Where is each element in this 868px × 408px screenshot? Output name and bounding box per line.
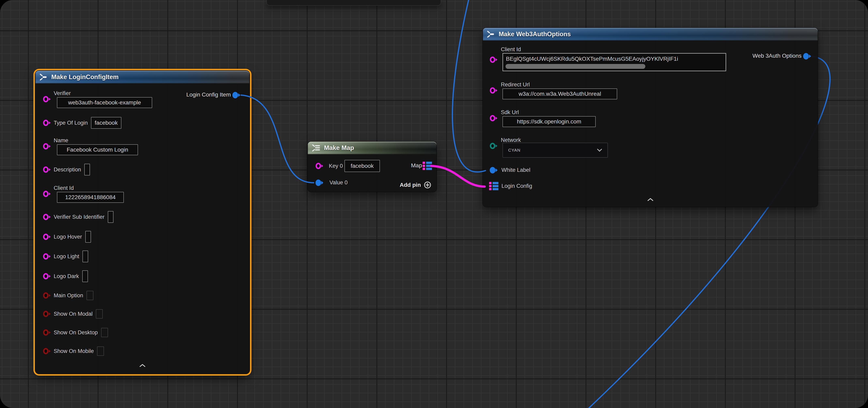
logo-dark-input[interactable] — [82, 270, 88, 282]
client-id-label: Client Id — [54, 185, 74, 191]
logo-dark-label: Logo Dark — [54, 273, 79, 279]
white-label-pin[interactable] — [489, 167, 498, 174]
type-of-login-pin[interactable] — [42, 119, 52, 127]
sdk-url-label: Sdk Url — [501, 109, 519, 115]
map-output-label: Map — [411, 162, 422, 169]
sdk-url-pin[interactable] — [489, 114, 498, 122]
logo-hover-input[interactable] — [85, 231, 91, 243]
node-header-make-login-config-item[interactable]: Make LoginConfigItem — [35, 71, 249, 83]
network-dropdown[interactable]: CYAN — [502, 143, 608, 158]
network-pin[interactable] — [489, 142, 498, 149]
show-on-mobile-label: Show On Mobile — [54, 348, 94, 354]
redirect-url-input[interactable]: w3a://com.w3a.Web3AuthUnreal — [502, 89, 617, 99]
node-make-login-config-item[interactable]: Make LoginConfigItemVerifierweb3auth-fac… — [35, 71, 249, 374]
type-of-login-label: Type Of Login — [54, 120, 88, 126]
value-0-label: Value 0 — [330, 179, 348, 186]
network-selected-value: CYAN — [508, 148, 521, 152]
make-container-icon — [312, 144, 321, 151]
logo-light-label: Logo Light — [54, 253, 79, 260]
show-on-mobile-pin[interactable] — [42, 347, 52, 355]
description-label: Description — [54, 167, 81, 173]
add-pin-icon — [424, 181, 431, 189]
logo-light-input[interactable] — [83, 250, 88, 262]
name-pin[interactable] — [42, 143, 52, 150]
node-header-make-web3auth-options[interactable]: Make Web3AuthOptions — [483, 28, 818, 40]
node-title: Make Web3AuthOptions — [499, 31, 571, 38]
logo-dark-pin[interactable] — [42, 273, 52, 280]
show-on-desktop-checkbox[interactable] — [101, 328, 108, 337]
logo-hover-label: Logo Hover — [54, 234, 82, 240]
show-on-mobile-checkbox[interactable] — [97, 346, 104, 356]
logo-hover-pin[interactable] — [42, 233, 52, 240]
client-id-pin[interactable] — [42, 190, 52, 198]
node-header-make-map[interactable]: Make Map — [308, 142, 437, 154]
client-id-label: Client Id — [501, 46, 521, 53]
key-0-label: Key 0 — [329, 163, 343, 169]
web-3auth-options-output-pin[interactable] — [803, 53, 812, 60]
redirect-url-label: Redirect Url — [501, 81, 530, 88]
add-pin-button[interactable]: Add pin — [400, 181, 431, 189]
sdk-url-input[interactable]: https://sdk.openlogin.com — [502, 116, 596, 127]
client-id-pin[interactable] — [489, 56, 498, 63]
client-id-scrollbar[interactable] — [505, 64, 645, 69]
verifier-label: Verifier — [54, 90, 71, 97]
name-label: Name — [54, 137, 68, 144]
chevron-down-icon — [597, 148, 602, 152]
login-config-label: Login Config — [501, 183, 532, 189]
description-input[interactable] — [84, 164, 90, 175]
login-config-item-output-label: Login Config Item — [186, 92, 231, 98]
offscreen-node-fragment — [267, 0, 441, 6]
main-option-pin[interactable] — [42, 292, 52, 299]
graph-canvas[interactable]: Make LoginConfigItemVerifierweb3auth-fac… — [0, 0, 868, 408]
collapse-node-chevron[interactable] — [139, 364, 146, 368]
show-on-modal-pin[interactable] — [42, 310, 52, 317]
show-on-modal-checkbox[interactable] — [96, 309, 103, 318]
client-id-input[interactable]: 1222658941886084 — [57, 192, 124, 203]
verifier-sub-identifier-label: Verifier Sub Identifier — [54, 214, 104, 220]
key-0-input[interactable]: facebook — [344, 160, 380, 172]
web-3auth-options-output-label: Web 3Auth Options — [752, 53, 802, 59]
redirect-url-pin[interactable] — [489, 87, 498, 94]
name-input[interactable]: Facebook Custom Login — [57, 144, 138, 155]
main-option-label: Main Option — [54, 293, 83, 299]
make-struct-icon — [487, 31, 495, 38]
node-title: Make Map — [324, 144, 354, 151]
login-config-item-output-pin[interactable] — [232, 92, 241, 99]
show-on-desktop-label: Show On Desktop — [54, 330, 98, 336]
description-pin[interactable] — [42, 166, 52, 173]
node-make-map[interactable]: Make MapKey 0facebookValue 0MapAdd pin — [308, 142, 437, 192]
verifier-sub-identifier-pin[interactable] — [42, 213, 52, 220]
network-label: Network — [501, 137, 521, 143]
white-label-label: White Label — [501, 167, 530, 173]
node-make-web3auth-options[interactable]: Make Web3AuthOptionsClient IdBEglQSgt4cU… — [483, 28, 818, 207]
verifier-input[interactable]: web3auth-facebook-example — [57, 97, 152, 108]
verifier-sub-identifier-input[interactable] — [108, 211, 114, 223]
value-0-pin[interactable] — [315, 179, 324, 186]
login-config-pin[interactable] — [489, 182, 498, 189]
type-of-login-input[interactable]: facebook — [91, 117, 121, 129]
main-option-checkbox[interactable] — [87, 291, 93, 300]
add-pin-label: Add pin — [400, 182, 421, 188]
show-on-modal-label: Show On Modal — [54, 311, 93, 317]
collapse-node-chevron[interactable] — [647, 198, 654, 202]
show-on-desktop-pin[interactable] — [42, 329, 52, 336]
client-id-input[interactable]: BEglQSgt4cUWcj6SKRdu5QkOXTsePmMcusG5EAoy… — [502, 53, 726, 71]
verifier-pin[interactable] — [42, 96, 52, 103]
key-0-pin[interactable] — [315, 162, 324, 170]
node-title: Make LoginConfigItem — [51, 73, 119, 81]
client-id-text: BEglQSgt4cUWcj6SKRdu5QkOXTsePmMcusG5EAoy… — [503, 54, 725, 62]
make-struct-icon — [39, 74, 48, 80]
logo-light-pin[interactable] — [42, 253, 52, 260]
